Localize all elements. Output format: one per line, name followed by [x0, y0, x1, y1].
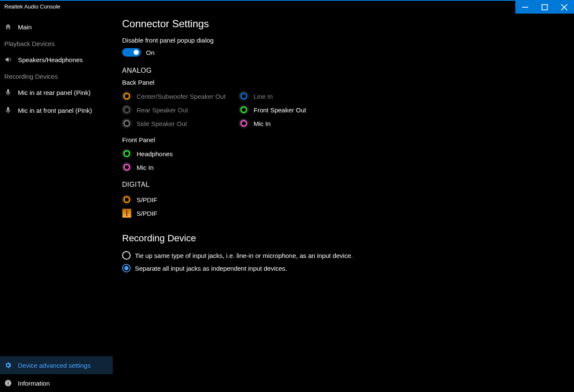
jack-label: Side Speaker Out	[137, 120, 187, 127]
sidebar-label: Device advanced settings	[18, 362, 91, 369]
jack-row[interactable]: Front Speaker Out	[239, 103, 306, 117]
jack-label: S/PDIF	[137, 196, 157, 203]
radio-icon	[122, 264, 131, 272]
sidebar-item-mic-front[interactable]: Mic in at front panel (Pink)	[0, 101, 113, 119]
back-panel-label: Back Panel	[122, 79, 574, 86]
jack-icon	[122, 163, 131, 172]
jack-label: Line In	[254, 93, 273, 100]
sidebar-header-playback: Playback Devices	[0, 36, 113, 51]
jack-icon	[122, 195, 131, 204]
gear-icon	[4, 361, 12, 369]
sidebar-item-mic-rear[interactable]: Mic in at rear panel (Pink)	[0, 83, 113, 101]
svg-rect-6	[8, 381, 9, 382]
titlebar: Realtek Audio Console	[0, 0, 574, 14]
content: Connector Settings Disable front panel p…	[113, 14, 574, 392]
svg-rect-1	[542, 5, 548, 10]
disable-popup-label: Disable front panel popup dialog	[122, 37, 574, 44]
close-button[interactable]	[554, 1, 574, 14]
sidebar-label: Speakers/Headphones	[18, 56, 83, 63]
microphone-icon	[4, 89, 12, 96]
minimize-button[interactable]	[515, 1, 535, 14]
front-panel-label: Front Panel	[122, 136, 574, 143]
back-panel-jacks: Center/Subwoofer Speaker Out Rear Speake…	[122, 89, 574, 130]
jack-label: Rear Speaker Out	[137, 106, 188, 114]
jack-icon	[239, 105, 248, 114]
radio-icon	[122, 251, 131, 260]
sidebar-label: Mic in at front panel (Pink)	[18, 107, 92, 114]
jack-label: Headphones	[137, 150, 173, 157]
sidebar-label: Main	[18, 23, 32, 31]
sidebar-item-information[interactable]: Information	[0, 374, 113, 392]
radio-label: Tie up same type of input jacks, i.e. li…	[135, 252, 353, 259]
sidebar-header-recording: Recording Devices	[0, 69, 113, 83]
sidebar-label: Mic in at rear panel (Pink)	[18, 89, 91, 96]
jack-row[interactable]: Mic In	[122, 160, 574, 174]
digital-jacks: S/PDIF S/PDIF	[122, 193, 574, 220]
home-icon	[4, 23, 12, 31]
jack-icon	[122, 119, 131, 128]
sidebar-item-advanced[interactable]: Device advanced settings	[0, 356, 113, 374]
window-title: Realtek Audio Console	[0, 1, 65, 12]
page-title: Connector Settings	[122, 18, 574, 30]
jack-label: Center/Subwoofer Speaker Out	[137, 93, 226, 100]
disable-popup-toggle[interactable]	[122, 48, 141, 57]
jack-row[interactable]: Mic In	[239, 117, 306, 130]
jack-row[interactable]: S/PDIF	[122, 193, 574, 206]
jack-label: S/PDIF	[137, 210, 157, 217]
jack-row[interactable]: Center/Subwoofer Speaker Out	[122, 89, 239, 103]
jack-icon	[239, 119, 248, 128]
jack-icon	[122, 92, 131, 101]
toggle-state: On	[146, 49, 154, 56]
window-controls	[515, 1, 574, 14]
front-panel-jacks: Headphones Mic In	[122, 147, 574, 174]
recording-option-tie[interactable]: Tie up same type of input jacks, i.e. li…	[122, 249, 574, 262]
jack-label: Front Speaker Out	[254, 106, 306, 114]
digital-header: DIGITAL	[122, 181, 574, 189]
info-icon	[4, 379, 12, 387]
sidebar-item-speakers[interactable]: Speakers/Headphones	[0, 51, 113, 69]
jack-label: Mic In	[254, 120, 271, 127]
speaker-icon	[4, 56, 12, 63]
jack-icon	[122, 105, 131, 114]
maximize-button[interactable]	[535, 1, 554, 14]
radio-label: Separate all input jacks as independent …	[135, 265, 287, 272]
jack-row[interactable]: Side Speaker Out	[122, 117, 239, 130]
jack-label: Mic In	[137, 164, 154, 171]
recording-device-title: Recording Device	[122, 233, 574, 244]
optical-icon	[122, 209, 131, 218]
jack-icon	[239, 92, 248, 101]
analog-header: ANALOG	[122, 67, 574, 74]
jack-icon	[122, 149, 131, 158]
jack-row[interactable]: Headphones	[122, 147, 574, 160]
jack-row[interactable]: Rear Speaker Out	[122, 103, 239, 117]
jack-row[interactable]: S/PDIF	[122, 206, 574, 220]
sidebar-label: Information	[18, 380, 50, 387]
microphone-icon	[4, 106, 12, 114]
sidebar-item-main[interactable]: Main	[0, 18, 113, 36]
recording-option-separate[interactable]: Separate all input jacks as independent …	[122, 262, 574, 275]
svg-rect-5	[8, 383, 9, 385]
jack-row[interactable]: Line In	[239, 89, 306, 103]
sidebar: Main Playback Devices Speakers/Headphone…	[0, 14, 113, 392]
